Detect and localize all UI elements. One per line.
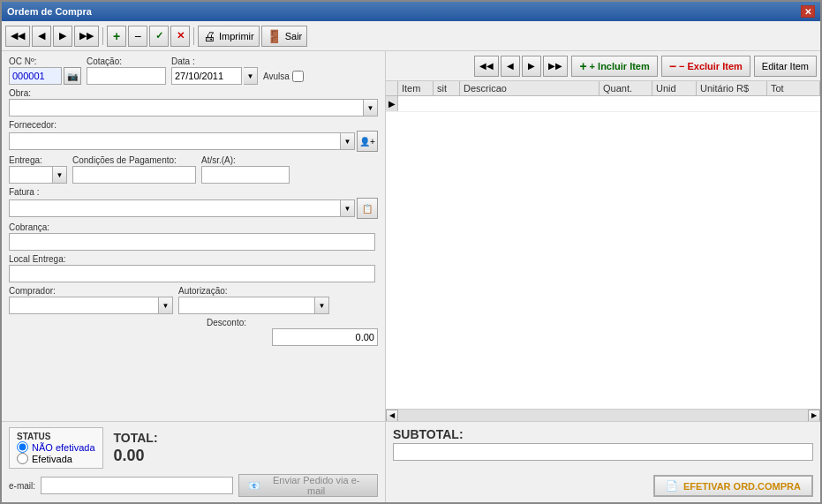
local-entrega-label: Local Entrega: <box>9 254 378 264</box>
data-label: Data : <box>171 56 258 66</box>
section-cobranca: Cobrança: <box>9 222 378 251</box>
toolbar-separator-2 <box>193 27 194 45</box>
cobranca-input[interactable] <box>9 233 375 251</box>
fatura-extra-button[interactable]: 📋 <box>357 198 378 219</box>
comprador-input[interactable] <box>9 297 159 314</box>
grid-col-descricao: Descricao <box>460 81 600 95</box>
subtotal-label: SUBTOTAL: <box>393 427 813 441</box>
print-label: Imprimir <box>219 31 254 41</box>
desconto-label: Desconto: <box>207 318 246 327</box>
right-toolbar: ◀◀ ◀ ▶ ▶▶ + + Incluir Item − − Excluir I… <box>386 51 820 81</box>
include-label: + Incluir Item <box>590 61 650 71</box>
field-desconto: Desconto: <box>9 318 378 346</box>
autorizacao-input[interactable] <box>178 297 315 314</box>
fornecedor-input[interactable] <box>9 132 341 150</box>
entrega-dropdown-button[interactable]: ▼ <box>53 166 67 184</box>
exclude-item-button[interactable]: − − Excluir Item <box>661 56 750 77</box>
cond-pagamento-input[interactable] <box>72 166 196 184</box>
scroll-right-button[interactable]: ▶ <box>808 410 820 422</box>
nav-next-button[interactable]: ▶ <box>53 26 72 47</box>
grid-col-sit: sit <box>434 81 460 95</box>
avulsa-checkbox[interactable] <box>292 71 304 82</box>
grid-col-tot: Tot <box>767 81 820 95</box>
nav-prev-button[interactable]: ◀ <box>32 26 51 47</box>
fatura-input[interactable] <box>9 199 341 217</box>
right-nav-last-button[interactable]: ▶▶ <box>543 56 568 77</box>
nav-last-button[interactable]: ▶▶ <box>74 26 99 47</box>
window-close-button[interactable]: ✕ <box>801 5 815 18</box>
fornecedor-dropdown-button[interactable]: ▼ <box>341 132 355 150</box>
right-nav-area: ◀◀ ◀ ▶ ▶▶ <box>474 56 568 77</box>
edit-item-button[interactable]: Editar Item <box>754 56 817 77</box>
exit-icon: 🚪 <box>267 29 282 43</box>
cancel-button[interactable]: ✕ <box>170 26 190 47</box>
scroll-track[interactable] <box>398 410 808 422</box>
add-button[interactable]: + <box>107 26 126 47</box>
atsr-input[interactable] <box>201 166 290 184</box>
remove-button[interactable]: − <box>128 26 147 47</box>
efetivar-button[interactable]: 📄 EFETIVAR ORD.COMPRA <box>653 475 813 497</box>
comprador-dropdown-button[interactable]: ▼ <box>159 297 173 314</box>
obra-input[interactable] <box>9 99 364 117</box>
email-label: e-mail: <box>9 481 35 491</box>
field-data: Data : ▼ <box>171 56 258 85</box>
toolbar-separator-1 <box>102 27 103 45</box>
nao-efetivada-radio[interactable] <box>17 441 28 453</box>
obra-label: Obra: <box>9 88 378 98</box>
oc-camera-button[interactable]: 📷 <box>64 67 81 85</box>
edit-label: Editar Item <box>762 61 809 71</box>
section-fatura: Fatura : ▼ 📋 <box>9 187 378 219</box>
efetivada-row: Efetivada <box>17 453 95 464</box>
data-dropdown-button[interactable]: ▼ <box>244 67 258 85</box>
efetivada-radio[interactable] <box>17 453 28 464</box>
nao-efetivada-label: NÃO efetivada <box>32 442 95 453</box>
nav-first-button[interactable]: ◀◀ <box>5 26 30 47</box>
main-window: Ordem de Compra ✕ ◀◀ ◀ ▶ ▶▶ + − ✓ ✕ 🖨 Im… <box>0 0 822 504</box>
entrega-label: Entrega: <box>9 155 67 165</box>
bottom-section: STATUS NÃO efetivada Efetivada TOTAL: 0.… <box>2 421 820 502</box>
entrega-input[interactable] <box>9 166 53 184</box>
efetivar-label: EFETIVAR ORD.COMPRA <box>683 481 801 492</box>
section-obra: Obra: ▼ <box>9 88 378 117</box>
print-button[interactable]: 🖨 Imprimir <box>198 26 260 47</box>
bottom-left: STATUS NÃO efetivada Efetivada TOTAL: 0.… <box>2 422 386 502</box>
fornecedor-dropdown: ▼ <box>9 132 355 150</box>
confirm-button[interactable]: ✓ <box>149 26 169 47</box>
cobranca-label: Cobrança: <box>9 222 378 232</box>
fatura-dropdown-button[interactable]: ▼ <box>341 199 355 217</box>
fornecedor-label: Fornecedor: <box>9 120 378 130</box>
field-entrega: Entrega: ▼ <box>9 155 67 184</box>
email-icon: 📧 <box>248 480 260 492</box>
right-nav-next-button[interactable]: ▶ <box>522 56 541 77</box>
desconto-input[interactable] <box>272 328 378 346</box>
right-nav-prev-button[interactable]: ◀ <box>501 56 520 77</box>
obra-dropdown-button[interactable]: ▼ <box>364 99 378 117</box>
scroll-left-button[interactable]: ◀ <box>386 410 398 422</box>
exit-button[interactable]: 🚪 Sair <box>261 26 308 47</box>
title-bar: Ordem de Compra ✕ <box>2 2 820 21</box>
oc-input[interactable] <box>9 67 62 85</box>
cotacao-input[interactable] <box>87 67 166 85</box>
subtotal-area: SUBTOTAL: <box>393 427 813 461</box>
email-input[interactable] <box>41 477 233 494</box>
grid-col-unid: Unid <box>652 81 697 95</box>
avulsa-area: Avulsa <box>263 71 304 82</box>
grid-first-row: ▶ <box>386 96 820 112</box>
local-entrega-input[interactable] <box>9 265 375 282</box>
nao-efetivada-row: NÃO efetivada <box>17 441 95 453</box>
include-item-button[interactable]: + + Incluir Item <box>571 56 657 77</box>
data-input[interactable] <box>171 67 242 85</box>
row-oc-cotacao-data: OC Nº: 📷 Cotação: Data : ▼ <box>9 56 378 85</box>
atsr-label: At/sr.(A): <box>201 155 290 165</box>
send-email-button[interactable]: 📧 Enviar Pedido via e-mail <box>238 474 378 497</box>
grid-scrollbar[interactable]: ◀ ▶ <box>386 409 820 421</box>
bottom-right: SUBTOTAL: 📄 EFETIVAR ORD.COMPRA <box>386 422 820 502</box>
right-panel: ◀◀ ◀ ▶ ▶▶ + + Incluir Item − − Excluir I… <box>386 51 820 421</box>
fornecedor-extra-button[interactable]: 👤+ <box>357 131 378 152</box>
subtotal-input[interactable] <box>393 443 813 461</box>
grid-area[interactable]: Item sit Descricao Quant. Unid Unitário … <box>386 81 820 409</box>
fatura-label: Fatura : <box>9 187 378 197</box>
right-nav-first-button[interactable]: ◀◀ <box>474 56 499 77</box>
grid-col-item: Item <box>398 81 434 95</box>
autorizacao-dropdown-button[interactable]: ▼ <box>315 297 329 314</box>
